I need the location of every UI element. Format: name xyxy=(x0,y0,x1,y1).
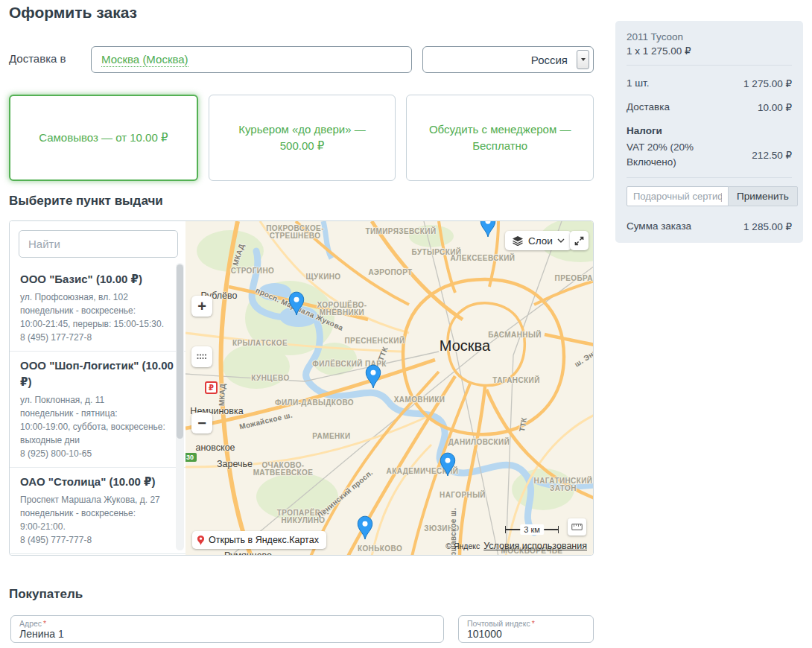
fullscreen-icon xyxy=(574,236,584,246)
map-label: ановское xyxy=(195,442,235,453)
map-label: КРЫЛАТСКОЕ xyxy=(232,339,288,347)
layers-button[interactable]: Слои xyxy=(505,231,571,250)
layers-icon xyxy=(512,235,524,246)
map-label: ЗАТОН xyxy=(550,484,577,492)
map-label: ТИМИРЯЗЕВСКИЙ xyxy=(365,227,436,235)
field-postal-code[interactable]: Почтовый индекс*101000 xyxy=(458,615,594,643)
map-label: БАСМАННЫЙ xyxy=(488,331,541,339)
pickup-widget: ООО "Базис" (10.00 ₽)ул. Профсоюзная, вл… xyxy=(9,220,594,556)
delivery-options: Самовывоз — от 10.00 ₽Курьером «до двери… xyxy=(9,95,594,181)
map-pin-icon xyxy=(197,535,205,546)
map-label: ХАМОВНИКИ xyxy=(394,396,445,404)
placemark-pin[interactable] xyxy=(438,452,457,477)
product-name: 2011 Tycoon xyxy=(627,31,792,42)
map-label: Румянцево xyxy=(224,550,272,555)
map-label: ПРЕОБРАЖЕНСКОЕ xyxy=(555,274,593,282)
pickup-point-panel: ООО "Базис" (10.00 ₽)ул. Профсоюзная, вл… xyxy=(10,221,185,555)
field-label: Почтовый индекс* xyxy=(467,619,585,628)
zoom-out-button[interactable]: − xyxy=(191,413,212,433)
customer-heading: Покупатель xyxy=(9,587,83,602)
pickup-point-details: ул. Поклонная, д. 11 понедельник - пятни… xyxy=(20,393,177,460)
field-value: 101000 xyxy=(467,628,585,641)
placemark-pin[interactable] xyxy=(355,515,375,540)
field-address[interactable]: Адрес*Ленина 1 xyxy=(10,615,444,643)
delivery-option-0[interactable]: Самовывоз — от 10.00 ₽ xyxy=(9,95,198,181)
order-summary: 2011 Tycoon 1 x 1 275.00 ₽ 1 шт.1 275.00… xyxy=(615,21,803,243)
summary-row-qty: 1 шт.1 275.00 ₽ xyxy=(627,77,792,89)
gift-certificate-input[interactable] xyxy=(627,186,729,206)
map-label: НАГОРНЫЙ xyxy=(440,491,486,499)
map-label: СТРОГИНО xyxy=(231,267,274,275)
road-sign-badge: 30 xyxy=(185,453,197,462)
map-label: ТАГАНСКИЙ xyxy=(492,376,539,384)
taxes-heading: Налоги xyxy=(627,125,792,136)
parking-icon: ₽ xyxy=(205,381,218,394)
summary-row-shipping: Доставка10.00 ₽ xyxy=(627,101,792,113)
measure-icon[interactable] xyxy=(191,346,212,367)
scrollbar[interactable] xyxy=(176,263,184,550)
chevron-down-icon xyxy=(557,238,565,243)
map-label: КОНЬКОВО xyxy=(358,544,402,553)
pickup-point-item[interactable]: ОАО "СоюзТорг" (10.00 ₽) xyxy=(10,553,185,556)
city-value[interactable]: Москва (Москва) xyxy=(101,53,188,67)
total-label: Сумма заказа xyxy=(627,220,691,232)
gift-certificate-row: Применить xyxy=(627,186,792,206)
country-value: Россия xyxy=(531,54,568,66)
map-label: ПРЕСНЕНСКИЙ xyxy=(345,337,405,345)
scrollbar-thumb[interactable] xyxy=(177,264,183,439)
required-asterisk: * xyxy=(532,619,535,628)
map-label: МНЁВНИКИ xyxy=(320,308,364,317)
chevron-down-icon[interactable] xyxy=(577,50,589,69)
city-label: Москва xyxy=(440,337,490,355)
map[interactable]: ПОКРОВСКОЕ-СТРЕШНЕВОТИМИРЯЗЕВСКИЙБУТЫРСК… xyxy=(185,221,593,555)
pickup-point-list: ООО "Базис" (10.00 ₽)ул. Профсоюзная, вл… xyxy=(10,265,185,556)
product-qty-price: 1 x 1 275.00 ₽ xyxy=(627,45,792,57)
road-label: МКАД xyxy=(218,384,227,407)
map-label: АЭРОПОРТ xyxy=(368,268,412,276)
city-select[interactable]: Москва (Москва) xyxy=(91,46,412,73)
terms-link[interactable]: Условия использования xyxy=(483,541,587,551)
map-label: Заречье xyxy=(217,459,253,469)
ruler-icon xyxy=(571,524,583,530)
pickup-point-details: ул. Профсоюзная, вл. 102 понедельник - в… xyxy=(20,290,177,344)
pickup-point-details: Проспект Маршала Жукова, д. 27 понедельн… xyxy=(20,493,177,547)
map-label: КУНЦЕВО xyxy=(251,374,289,382)
pickup-point-title: ООО "Базис" (10.00 ₽) xyxy=(20,271,177,288)
pickup-point-item[interactable]: ОАО "Столица" (10.00 ₽)Проспект Маршала … xyxy=(10,467,185,553)
field-value: Ленина 1 xyxy=(19,628,435,641)
map-label: ЩУКИНО xyxy=(305,273,340,281)
ship-to-label: Доставка в xyxy=(9,52,66,65)
map-label: АЛЕКСЕЕВСКИЙ xyxy=(451,254,516,262)
zoom-in-button[interactable]: + xyxy=(191,296,212,317)
pickup-point-title: ОАО "Столица" (10.00 ₽) xyxy=(20,474,177,490)
open-in-yandex-button[interactable]: Открыть в Яндекс.Картах xyxy=(192,531,326,549)
field-label: Адрес* xyxy=(19,619,435,628)
fullscreen-button[interactable] xyxy=(570,231,589,250)
map-label: ФИЛИ-ДАВЫДКОВО xyxy=(275,398,354,407)
total-value: 1 285.00 ₽ xyxy=(743,220,792,232)
pickup-point-item[interactable]: ООО "Шоп-Логистик" (10.00 ₽)ул. Поклонна… xyxy=(10,351,185,467)
pickup-heading: Выберите пункт выдачи xyxy=(9,194,163,209)
page-title: Оформить заказ xyxy=(9,4,137,22)
tax-row: VAT 20% (20% Включено)212.50 ₽ xyxy=(627,140,792,169)
country-select[interactable]: Россия xyxy=(422,46,594,73)
placemark-pin[interactable] xyxy=(287,291,306,316)
copyright: © Яндекс xyxy=(445,541,480,550)
map-scale: 3 км xyxy=(505,526,559,533)
required-asterisk: * xyxy=(43,619,46,628)
delivery-option-2[interactable]: Обсудить с менеджером — Бесплатно xyxy=(406,95,594,181)
search-input[interactable] xyxy=(19,230,178,258)
divider xyxy=(627,65,792,66)
map-label: ДАНИЛОВСКИЙ xyxy=(448,438,510,446)
pickup-point-item[interactable]: ООО "Базис" (10.00 ₽)ул. Профсоюзная, вл… xyxy=(10,265,185,351)
order-total-row: Сумма заказа 1 285.00 ₽ xyxy=(627,220,792,232)
map-attribution: © Яндекс Условия использования xyxy=(445,541,587,551)
placemark-pin[interactable] xyxy=(364,364,383,389)
map-label: РАМЕНКИ xyxy=(312,432,350,440)
ruler-button[interactable] xyxy=(568,518,586,536)
map-label: МАТВЕЕВСКОЕ xyxy=(253,468,314,477)
placemark-pin[interactable] xyxy=(478,221,498,238)
apply-button[interactable]: Применить xyxy=(728,186,798,206)
divider xyxy=(627,177,792,178)
delivery-option-1[interactable]: Курьером «до двери» — 500.00 ₽ xyxy=(209,95,396,181)
